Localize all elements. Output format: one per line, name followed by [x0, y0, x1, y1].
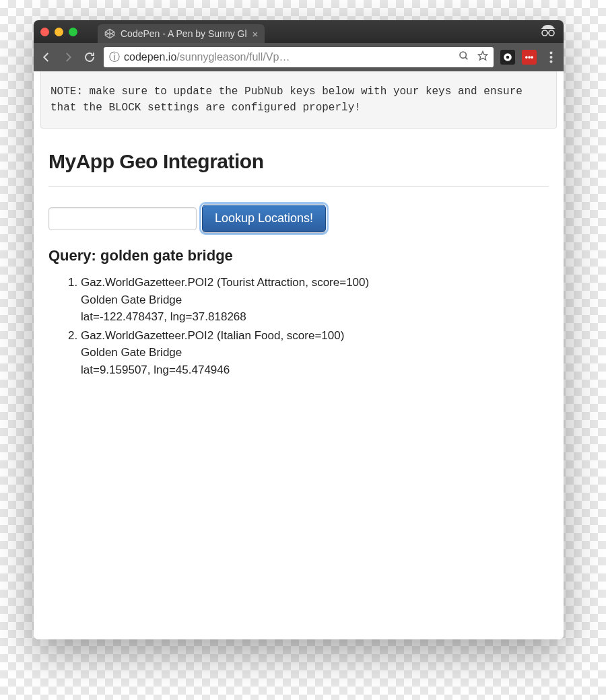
window-controls	[40, 28, 77, 36]
browser-window: CodePen - A Pen by Sunny Gl × ⓘ codepen.…	[34, 20, 564, 639]
svg-point-10	[506, 56, 510, 59]
svg-point-3	[542, 30, 547, 36]
reload-button[interactable]	[82, 50, 97, 65]
browser-tab[interactable]: CodePen - A Pen by Sunny Gl ×	[98, 24, 265, 43]
lookup-button[interactable]: Lookup Locations!	[202, 205, 326, 232]
back-button[interactable]	[39, 50, 54, 65]
titlebar: CodePen - A Pen by Sunny Gl ×	[34, 20, 564, 43]
svg-point-13	[549, 61, 552, 63]
svg-point-6	[460, 52, 466, 58]
search-icon[interactable]	[459, 50, 469, 64]
page-title: MyApp Geo Integration	[48, 150, 549, 173]
incognito-icon	[539, 23, 557, 40]
tab-title: CodePen - A Pen by Sunny Gl	[121, 28, 247, 39]
svg-marker-8	[478, 51, 487, 60]
menu-icon[interactable]	[543, 51, 558, 63]
note-box: NOTE: make sure to update the PubNub key…	[40, 71, 557, 129]
svg-point-11	[549, 52, 552, 55]
url-text: codepen.io/sunnygleason/full/Vp…	[124, 51, 290, 63]
page-content: NOTE: make sure to update the PubNub key…	[34, 71, 564, 639]
results-list: Gaz.WorldGazetteer.POI2 (Tourist Attract…	[48, 274, 549, 378]
extension-lastpass-icon[interactable]: •••	[522, 50, 537, 65]
svg-point-4	[549, 30, 554, 36]
minimize-window-button[interactable]	[55, 28, 63, 36]
result-item: Gaz.WorldGazetteer.POI2 (Tourist Attract…	[81, 274, 549, 326]
query-label: Query: golden gate bridge	[48, 247, 549, 265]
toolbar: ⓘ codepen.io/sunnygleason/full/Vp… •••	[34, 43, 564, 71]
address-bar[interactable]: ⓘ codepen.io/sunnygleason/full/Vp…	[104, 47, 494, 67]
forward-button[interactable]	[61, 50, 75, 65]
lookup-form: Lookup Locations!	[48, 205, 549, 232]
location-input[interactable]	[48, 207, 197, 230]
divider	[48, 186, 549, 187]
site-info-icon[interactable]: ⓘ	[109, 50, 120, 65]
close-window-button[interactable]	[40, 28, 49, 36]
codepen-icon	[104, 28, 115, 39]
svg-line-7	[465, 57, 467, 59]
result-item: Gaz.WorldGazetteer.POI2 (Italian Food, s…	[81, 327, 549, 379]
maximize-window-button[interactable]	[69, 28, 77, 36]
svg-point-12	[549, 56, 552, 59]
extension-origin-icon[interactable]	[500, 50, 515, 65]
tab-close-icon[interactable]: ×	[252, 28, 259, 40]
bookmark-star-icon[interactable]	[477, 50, 488, 64]
